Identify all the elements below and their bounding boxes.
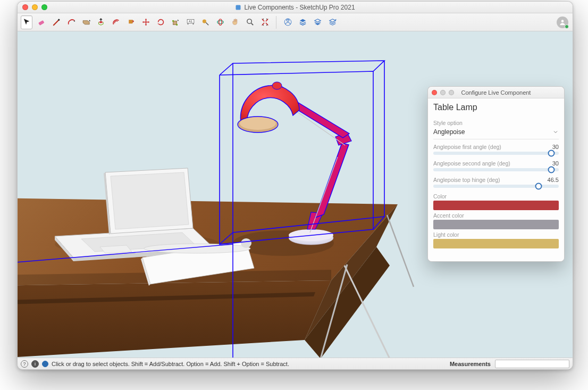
slider-value: 30 bbox=[552, 144, 559, 150]
slider-thumb[interactable] bbox=[548, 150, 555, 157]
slider-row: Anglepoise top hinge (deg)46.5 bbox=[433, 177, 559, 188]
orbit-tool[interactable] bbox=[214, 15, 226, 29]
chevron-down-icon bbox=[552, 129, 559, 135]
svg-point-11 bbox=[247, 19, 251, 24]
status-bar: ? i Click or drag to select objects. Shi… bbox=[18, 358, 573, 369]
toolbar-separator bbox=[276, 16, 276, 29]
svg-point-8 bbox=[202, 20, 206, 23]
main-toolbar: A1 bbox=[18, 13, 573, 31]
color-label: Accent color bbox=[433, 212, 559, 219]
zoom-tool[interactable] bbox=[244, 15, 256, 29]
panel-titlebar[interactable]: Configure Live Component bbox=[428, 87, 564, 98]
layers-tool-3[interactable] bbox=[326, 15, 338, 29]
line-tool[interactable] bbox=[51, 15, 62, 29]
slider-label: Anglepoise second angle (deg) bbox=[433, 160, 510, 167]
slider-thumb[interactable] bbox=[535, 183, 542, 190]
slider-track[interactable] bbox=[433, 168, 559, 171]
pan-tool[interactable] bbox=[229, 15, 241, 29]
svg-point-34 bbox=[144, 244, 250, 253]
color-swatch[interactable] bbox=[433, 239, 559, 248]
window-title: Live Components - SketchUp Pro 2021 bbox=[18, 4, 573, 11]
svg-rect-1 bbox=[38, 20, 44, 26]
color-label: Color bbox=[433, 193, 559, 200]
svg-point-12 bbox=[287, 19, 289, 21]
svg-point-2 bbox=[58, 19, 60, 21]
layers-tool-2[interactable] bbox=[312, 15, 323, 29]
help-icon[interactable]: ? bbox=[21, 360, 28, 368]
pushpull-tool[interactable] bbox=[95, 15, 107, 29]
zoom-window-button[interactable] bbox=[41, 4, 47, 10]
svg-marker-30 bbox=[111, 172, 189, 229]
svg-text:A1: A1 bbox=[189, 20, 192, 23]
style-option-label: Style option bbox=[433, 120, 559, 126]
svg-rect-5 bbox=[176, 24, 178, 26]
warehouse-tool[interactable] bbox=[282, 15, 293, 29]
svg-rect-4 bbox=[172, 20, 174, 22]
zoom-extents-tool[interactable] bbox=[259, 15, 271, 29]
svg-point-44 bbox=[240, 117, 276, 130]
status-hint: Click or drag to select objects. Shift =… bbox=[52, 361, 289, 367]
svg-point-9 bbox=[217, 21, 223, 24]
color-label: Light color bbox=[433, 231, 559, 238]
minimize-window-button[interactable] bbox=[32, 4, 38, 10]
app-icon bbox=[235, 4, 241, 11]
select-tool[interactable] bbox=[21, 15, 32, 29]
color-swatch[interactable] bbox=[433, 220, 559, 229]
style-option-dropdown[interactable]: Anglepoise bbox=[433, 127, 559, 139]
component-name-heading: Table Lamp bbox=[433, 98, 559, 120]
window-titlebar: Live Components - SketchUp Pro 2021 bbox=[18, 2, 573, 13]
window-title-text: Live Components - SketchUp Pro 2021 bbox=[244, 4, 355, 11]
panel-minimize-button[interactable] bbox=[440, 90, 446, 95]
info-icon[interactable]: i bbox=[31, 360, 39, 368]
slider-label: Anglepoise first angle (deg) bbox=[433, 144, 501, 150]
svg-point-10 bbox=[219, 19, 222, 25]
move-tool[interactable] bbox=[140, 15, 152, 29]
layers-tool-1[interactable] bbox=[297, 15, 308, 29]
traffic-lights bbox=[18, 4, 47, 10]
measurements-label: Measurements bbox=[450, 361, 491, 367]
slider-track[interactable] bbox=[433, 185, 559, 188]
close-window-button[interactable] bbox=[22, 4, 28, 10]
color-swatch[interactable] bbox=[433, 201, 559, 210]
offset-tool[interactable] bbox=[110, 15, 122, 29]
rectangle-tool[interactable] bbox=[80, 15, 92, 29]
eraser-tool[interactable] bbox=[36, 15, 47, 29]
instructor-icon[interactable] bbox=[42, 361, 48, 367]
user-avatar[interactable] bbox=[557, 16, 568, 28]
slider-value: 30 bbox=[552, 160, 559, 167]
svg-point-35 bbox=[241, 238, 251, 248]
svg-point-13 bbox=[284, 19, 291, 26]
scale-tool[interactable] bbox=[170, 15, 181, 29]
slider-label: Anglepoise top hinge (deg) bbox=[433, 177, 500, 183]
slider-row: Anglepoise second angle (deg)30 bbox=[433, 160, 559, 171]
svg-rect-0 bbox=[236, 5, 241, 10]
style-option-value: Anglepoise bbox=[433, 128, 465, 136]
slider-value: 46.5 bbox=[548, 177, 559, 183]
slider-row: Anglepoise first angle (deg)30 bbox=[433, 144, 559, 155]
slider-track[interactable] bbox=[433, 152, 559, 155]
panel-close-button[interactable] bbox=[432, 90, 437, 95]
measurements-input[interactable] bbox=[495, 360, 569, 368]
rotate-tool[interactable] bbox=[155, 15, 166, 29]
user-status-badge bbox=[565, 24, 569, 29]
configure-live-component-panel: Configure Live Component Table Lamp Styl… bbox=[427, 86, 565, 262]
arc-tool[interactable] bbox=[65, 15, 77, 29]
svg-point-14 bbox=[561, 20, 564, 22]
svg-marker-28 bbox=[100, 245, 132, 253]
svg-point-45 bbox=[272, 82, 282, 89]
dimension-tool[interactable]: A1 bbox=[184, 15, 196, 29]
tape-measure-tool[interactable] bbox=[199, 15, 211, 29]
paint-bucket-tool[interactable] bbox=[125, 15, 137, 29]
slider-thumb[interactable] bbox=[548, 167, 555, 173]
panel-zoom-button[interactable] bbox=[449, 90, 454, 95]
